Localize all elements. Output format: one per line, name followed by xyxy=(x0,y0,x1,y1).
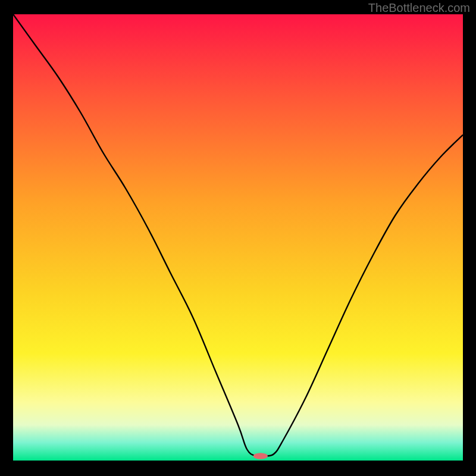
chart-area xyxy=(13,14,463,461)
bottleneck-chart xyxy=(13,14,463,461)
optimum-marker xyxy=(253,453,268,459)
attribution-text: TheBottleneck.com xyxy=(368,1,470,15)
gradient-background xyxy=(13,14,463,461)
